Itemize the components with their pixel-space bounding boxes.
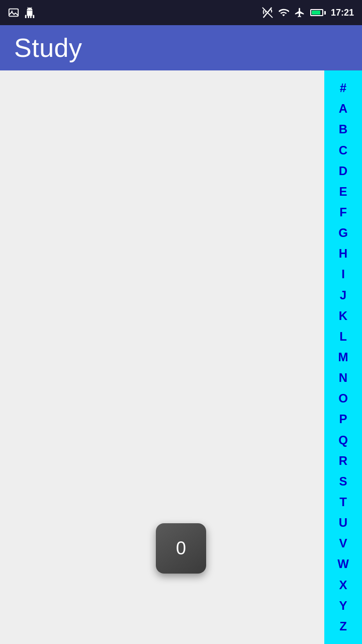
signal-off-icon <box>262 7 273 18</box>
app-title: Study <box>14 33 82 63</box>
alpha-item-G[interactable]: G <box>324 226 362 240</box>
alpha-item-N[interactable]: N <box>324 371 362 385</box>
alpha-item-S[interactable]: S <box>324 474 362 489</box>
alpha-item-#[interactable]: # <box>324 81 362 95</box>
alpha-item-J[interactable]: J <box>324 288 362 302</box>
alpha-item-R[interactable]: R <box>324 454 362 468</box>
alpha-item-A[interactable]: A <box>324 102 362 116</box>
alpha-item-O[interactable]: O <box>324 391 362 406</box>
alpha-item-V[interactable]: V <box>324 536 362 550</box>
alpha-item-L[interactable]: L <box>324 330 362 344</box>
alpha-item-W[interactable]: W <box>324 557 362 571</box>
alpha-item-D[interactable]: D <box>324 164 362 178</box>
status-time: 17:21 <box>331 8 354 18</box>
app-bar: Study <box>0 25 362 70</box>
alpha-item-M[interactable]: M <box>324 350 362 364</box>
alpha-item-Z[interactable]: Z <box>324 619 362 633</box>
main-content: #ABCDEFGHIJKLMNOPQRSTUVWXYZ 0 <box>0 70 362 644</box>
counter-value: 0 <box>176 538 186 559</box>
status-bar-left <box>8 7 35 18</box>
alpha-item-P[interactable]: P <box>324 412 362 426</box>
battery-indicator <box>310 9 326 16</box>
svg-rect-0 <box>9 9 18 17</box>
alpha-item-U[interactable]: U <box>324 516 362 530</box>
android-icon <box>24 7 35 18</box>
counter-button[interactable]: 0 <box>156 523 206 574</box>
status-bar-right: 17:21 <box>262 7 354 18</box>
alpha-item-F[interactable]: F <box>324 205 362 219</box>
alpha-item-X[interactable]: X <box>324 578 362 592</box>
alpha-item-I[interactable]: I <box>324 267 362 281</box>
alpha-item-T[interactable]: T <box>324 495 362 509</box>
alpha-item-Q[interactable]: Q <box>324 433 362 447</box>
alpha-item-K[interactable]: K <box>324 309 362 323</box>
alpha-item-H[interactable]: H <box>324 247 362 261</box>
alpha-item-Y[interactable]: Y <box>324 599 362 613</box>
alpha-item-C[interactable]: C <box>324 143 362 157</box>
image-icon <box>8 7 19 18</box>
alphabet-index[interactable]: #ABCDEFGHIJKLMNOPQRSTUVWXYZ <box>324 70 362 644</box>
alpha-item-E[interactable]: E <box>324 185 362 199</box>
airplane-icon <box>294 7 305 18</box>
status-bar: 17:21 <box>0 0 362 25</box>
wifi-icon <box>278 7 289 18</box>
alpha-item-B[interactable]: B <box>324 122 362 136</box>
